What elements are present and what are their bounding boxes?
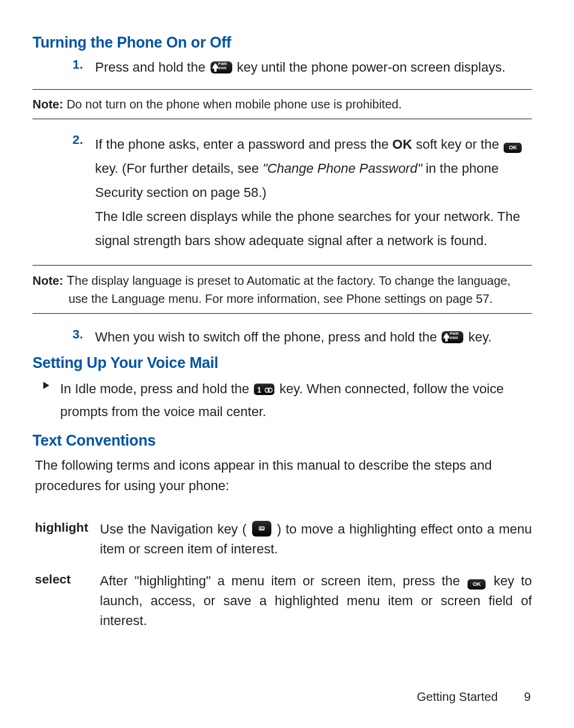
text-conventions-intro: The following terms and icons appear in … bbox=[32, 455, 532, 496]
step-2-text-a: If the phone asks, enter a password and … bbox=[95, 137, 392, 152]
term-highlight: highlight bbox=[35, 519, 100, 559]
term-list: highlight Use the Navigation key ( OK ) … bbox=[32, 519, 532, 630]
triangle-bullet-icon bbox=[42, 378, 60, 392]
pwr-end-key-icon-2: PWREND bbox=[442, 331, 463, 343]
ok-key-icon: OK bbox=[504, 143, 522, 153]
step-3: 3. When you wish to switch off the phone… bbox=[32, 327, 532, 347]
note-2-text-a: T bbox=[63, 273, 75, 288]
heading-power: Turning the Phone On or Off bbox=[32, 34, 532, 51]
term-highlight-def-a: Use the Navigation key ( bbox=[100, 521, 251, 537]
page: Turning the Phone On or Off 1. Press and… bbox=[0, 0, 574, 728]
note-label: Note: bbox=[32, 98, 63, 111]
step-2-text-c: key. (For further details, see bbox=[95, 161, 262, 176]
footer-section: Getting Started bbox=[417, 690, 498, 703]
text-conventions-intro-p: The following terms and icons appear in … bbox=[32, 455, 532, 496]
step-2-paragraph-2: The Idle screen displays while the phone… bbox=[95, 205, 532, 253]
note-box-1: Note: Do not turn on the phone when mobi… bbox=[32, 89, 532, 119]
heading-text-conventions: Text Conventions bbox=[32, 432, 532, 449]
term-select-row: select After "highlighting" a menu item … bbox=[35, 571, 532, 630]
footer-page-number: 9 bbox=[524, 690, 531, 704]
step-3-text-b: key. bbox=[469, 329, 492, 344]
page-footer: Getting Started 9 bbox=[417, 690, 531, 704]
navigation-key-icon: OK bbox=[252, 521, 271, 537]
note-label-2: Note: bbox=[32, 274, 63, 287]
step-2-number: 2. bbox=[59, 132, 83, 147]
step-3-number: 3. bbox=[59, 327, 83, 341]
step-2-ref: "Change Phone Password" bbox=[262, 161, 422, 176]
step-1-text-b: key until the phone power-on screen disp… bbox=[237, 60, 505, 75]
term-highlight-row: highlight Use the Navigation key ( OK ) … bbox=[35, 519, 532, 559]
ok-softkey-label: OK bbox=[392, 137, 412, 152]
step-3-text-a: When you wish to switch off the phone, p… bbox=[95, 329, 440, 344]
svg-point-1 bbox=[268, 388, 273, 392]
heading-voicemail: Setting Up Your Voice Mail bbox=[32, 354, 532, 372]
step-1: 1. Press and hold the PWREND key until t… bbox=[32, 57, 532, 77]
step-2: 2. If the phone asks, enter a password a… bbox=[32, 132, 532, 253]
note-2-text-b: he display language is preset to Automat… bbox=[69, 274, 510, 305]
term-select-def-a: After "highlighting" a menu item or scre… bbox=[100, 573, 466, 588]
term-select: select bbox=[35, 571, 100, 630]
step-1-text-a: Press and hold the bbox=[95, 60, 209, 75]
voicemail-bullet: In Idle mode, press and hold the 1 key. … bbox=[32, 378, 532, 423]
step-1-number: 1. bbox=[59, 57, 83, 72]
pwr-end-key-icon: PWREND bbox=[211, 61, 232, 73]
note-box-2: Note: The display language is preset to … bbox=[32, 265, 532, 314]
one-key-icon: 1 bbox=[254, 384, 274, 395]
step-2-text-b: soft key or the bbox=[412, 137, 502, 152]
navigation-key-ok-label: OK bbox=[259, 526, 265, 530]
voicemail-text-a: In Idle mode, press and hold the bbox=[60, 381, 253, 396]
note-1-text: Do not turn on the phone when mobile pho… bbox=[63, 98, 402, 111]
ok-key-icon-2: OK bbox=[468, 579, 486, 590]
